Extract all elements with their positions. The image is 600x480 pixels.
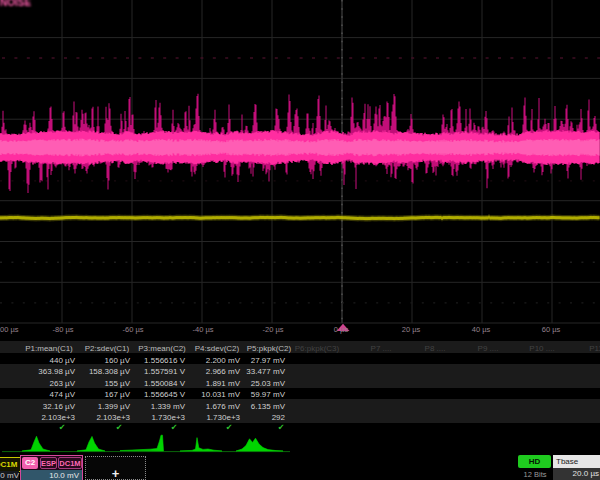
hd-mode-badge[interactable]: HD — [518, 455, 551, 468]
timebase-value: 20.0 µs — [553, 468, 600, 480]
add-trace-button[interactable]: + — [85, 456, 146, 480]
time-label: -40 µs — [193, 325, 214, 334]
c2-coupling-badge: DC1M — [58, 457, 82, 469]
time-label: 60 µs — [542, 325, 561, 334]
c1-scale-value: 0 mV — [0, 471, 19, 480]
histicon-p3 — [120, 435, 164, 451]
c2-scale-value: 10.0 mV — [21, 470, 82, 480]
timebase-title: Tbase — [553, 455, 600, 468]
waveform-display — [0, 0, 600, 480]
time-label: 0 µs — [334, 325, 348, 334]
time-label: 00 µs — [0, 325, 19, 334]
time-label: -20 µs — [263, 325, 284, 334]
oscilloscope-screen: NOISE 00 µs-80 µs-60 µs-40 µs-20 µs0 µs2… — [0, 0, 600, 480]
parameter-histicons — [0, 433, 300, 455]
c2-channel-descriptor[interactable]: C2 ESP DC1M 10.0 mV — [20, 455, 83, 480]
c2-noise-trace — [0, 94, 599, 193]
hd-bits-label: 12 Bits — [518, 470, 552, 480]
c2-esp-badge: ESP — [40, 457, 57, 469]
timebase-descriptor[interactable]: Tbase 20.0 µs — [553, 455, 600, 480]
c1-flat-trace — [0, 214, 599, 221]
histicon-p2 — [77, 436, 105, 451]
c2-channel-badge: C2 — [22, 457, 38, 469]
time-label: 40 µs — [472, 325, 491, 334]
c2-trace-annotation-label: NOISE — [0, 0, 31, 8]
histicon-p4 — [180, 438, 222, 451]
histicon-p1 — [22, 436, 50, 451]
time-label: 20 µs — [402, 325, 421, 334]
time-label: -80 µs — [53, 325, 74, 334]
histicon-p5 — [236, 438, 283, 451]
time-label: -60 µs — [123, 325, 144, 334]
